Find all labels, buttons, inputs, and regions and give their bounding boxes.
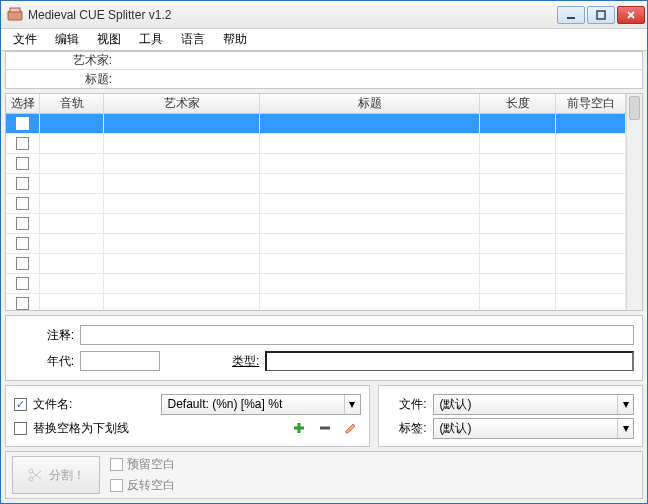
file-combo-value: (默认) — [434, 396, 618, 413]
notes-label: 注释: — [14, 327, 74, 344]
row-checkbox[interactable] — [16, 237, 29, 250]
col-pregap[interactable]: 前导空白 — [556, 94, 626, 113]
artist-label: 艺术家: — [6, 52, 116, 69]
table-row[interactable] — [6, 114, 626, 134]
col-track[interactable]: 音轨 — [40, 94, 104, 113]
tag-label: 标签: — [387, 420, 427, 437]
year-label: 年代: — [14, 353, 74, 370]
meta-panel: 注释: 年代: 类型: — [5, 315, 643, 381]
scroll-thumb[interactable] — [629, 96, 640, 120]
options-bar: 文件名: Default: (%n) [%a] %t ▾ 替换空格为下划线 文件… — [5, 385, 643, 447]
table-row[interactable] — [6, 214, 626, 234]
table-row[interactable] — [6, 234, 626, 254]
vertical-scrollbar[interactable] — [626, 94, 642, 310]
table-row[interactable] — [6, 254, 626, 274]
year-input[interactable] — [80, 351, 160, 371]
split-button[interactable]: 分割！ — [12, 456, 100, 494]
filename-label: 文件名: — [33, 396, 72, 413]
tag-combo[interactable]: (默认) ▾ — [433, 418, 635, 439]
col-length[interactable]: 长度 — [480, 94, 556, 113]
table-row[interactable] — [6, 134, 626, 154]
filename-checkbox[interactable] — [14, 398, 27, 411]
chevron-down-icon: ▾ — [617, 395, 633, 414]
row-checkbox[interactable] — [16, 157, 29, 170]
svg-rect-3 — [597, 11, 605, 19]
album-info: 艺术家: 标题: — [5, 51, 643, 89]
menu-file[interactable]: 文件 — [5, 29, 45, 50]
menu-tools[interactable]: 工具 — [131, 29, 171, 50]
maximize-button[interactable] — [587, 6, 615, 24]
reserve-blank-label: 预留空白 — [127, 456, 175, 473]
table-row[interactable] — [6, 154, 626, 174]
notes-input[interactable] — [80, 325, 634, 345]
row-checkbox[interactable] — [16, 197, 29, 210]
row-checkbox[interactable] — [16, 297, 29, 310]
svg-line-12 — [32, 471, 41, 478]
col-title[interactable]: 标题 — [260, 94, 480, 113]
replace-spaces-label: 替换空格为下划线 — [33, 420, 129, 437]
scissors-icon — [27, 467, 43, 483]
table-row[interactable] — [6, 294, 626, 310]
app-window: Medieval CUE Splitter v1.2 文件 编辑 视图 工具 语… — [0, 0, 648, 504]
reverse-blank-checkbox[interactable] — [110, 479, 123, 492]
titlebar: Medieval CUE Splitter v1.2 — [1, 1, 647, 29]
reserve-blank-checkbox[interactable] — [110, 458, 123, 471]
svg-rect-1 — [10, 8, 20, 12]
window-title: Medieval CUE Splitter v1.2 — [28, 8, 557, 22]
table-header: 选择 音轨 艺术家 标题 长度 前导空白 — [6, 94, 626, 114]
menu-edit[interactable]: 编辑 — [47, 29, 87, 50]
col-select[interactable]: 选择 — [6, 94, 40, 113]
menu-language[interactable]: 语言 — [173, 29, 213, 50]
track-table: 选择 音轨 艺术家 标题 长度 前导空白 — [5, 93, 643, 311]
table-row[interactable] — [6, 194, 626, 214]
menubar: 文件 编辑 视图 工具 语言 帮助 — [1, 29, 647, 51]
app-icon — [7, 7, 23, 23]
minimize-button[interactable] — [557, 6, 585, 24]
row-checkbox[interactable] — [16, 217, 29, 230]
type-label: 类型: — [232, 353, 259, 370]
row-checkbox[interactable] — [16, 177, 29, 190]
col-artist[interactable]: 艺术家 — [104, 94, 260, 113]
edit-mask-button[interactable] — [341, 418, 361, 438]
reverse-blank-label: 反转空白 — [127, 477, 175, 494]
table-body — [6, 114, 626, 310]
type-input[interactable] — [265, 351, 634, 371]
chevron-down-icon: ▾ — [344, 395, 360, 414]
file-label: 文件: — [387, 396, 427, 413]
menu-view[interactable]: 视图 — [89, 29, 129, 50]
filename-mask-combo[interactable]: Default: (%n) [%a] %t ▾ — [161, 394, 361, 415]
menu-help[interactable]: 帮助 — [215, 29, 255, 50]
add-mask-button[interactable] — [289, 418, 309, 438]
title-label: 标题: — [6, 71, 116, 88]
svg-line-11 — [32, 472, 41, 479]
tag-combo-value: (默认) — [434, 420, 618, 437]
bottom-bar: 分割！ 预留空白 反转空白 — [5, 451, 643, 499]
table-row[interactable] — [6, 274, 626, 294]
file-combo[interactable]: (默认) ▾ — [433, 394, 635, 415]
chevron-down-icon: ▾ — [617, 419, 633, 438]
row-checkbox[interactable] — [16, 257, 29, 270]
table-row[interactable] — [6, 174, 626, 194]
split-button-label: 分割！ — [49, 467, 85, 484]
filename-mask-value: Default: (%n) [%a] %t — [162, 397, 344, 411]
row-checkbox[interactable] — [16, 277, 29, 290]
window-buttons — [557, 6, 645, 24]
row-checkbox[interactable] — [16, 117, 29, 130]
row-checkbox[interactable] — [16, 137, 29, 150]
remove-mask-button[interactable] — [315, 418, 335, 438]
replace-spaces-checkbox[interactable] — [14, 422, 27, 435]
close-button[interactable] — [617, 6, 645, 24]
